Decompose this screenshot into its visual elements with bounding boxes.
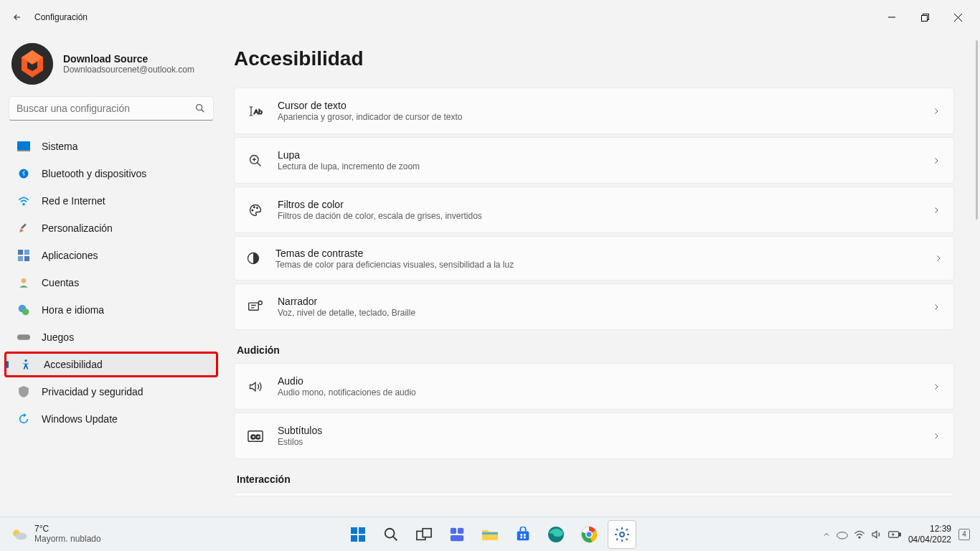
sidebar-item-privacidad[interactable]: Privacidad y seguridad [9,379,214,405]
search-box[interactable] [9,96,214,121]
volume-tray-icon [871,529,882,540]
taskbar-search[interactable] [377,520,405,549]
gamepad-icon [17,331,30,344]
person-icon [17,276,30,289]
chevron-right-icon [934,254,943,263]
maximize-button[interactable] [908,6,941,29]
store-icon[interactable] [509,520,537,549]
language-icon [17,303,30,316]
svg-rect-2 [921,15,927,21]
avatar [11,43,53,85]
sidebar-item-accesibilidad[interactable]: Accesibilidad [4,352,218,377]
sidebar-item-label: Bluetooth y dispositivos [42,168,146,179]
chevron-right-icon [932,303,941,311]
task-view[interactable] [410,520,438,549]
svg-point-6 [197,105,202,110]
back-button[interactable] [6,6,29,29]
svg-rect-42 [359,535,365,542]
taskbar-weather[interactable]: 7°C Mayorm. nublado [10,524,101,543]
account-name: Download Source [63,53,194,65]
card-filtros-color[interactable]: Filtros de color Filtros de dación de co… [234,187,954,233]
sidebar-item-juegos[interactable]: Juegos [9,324,214,350]
clock-date: 04/04/2022 [908,534,951,545]
text-cursor-icon: Ab [248,103,263,119]
card-subtitle: Filtros de dación de color, escala de gr… [278,211,918,221]
svg-line-7 [202,110,204,113]
battery-tray-icon [888,530,901,539]
svg-rect-40 [359,527,365,534]
sidebar-item-sistema[interactable]: Sistema [9,133,214,159]
card-lupa[interactable]: Lupa Lectura de lupa, incremento de zoom [234,137,954,184]
svg-rect-54 [520,536,522,538]
account-block[interactable]: Download Source Downloadsourcenet@outloo… [9,40,214,96]
onedrive-icon [837,529,848,540]
svg-rect-20 [17,334,30,340]
svg-point-43 [385,528,395,537]
sidebar-item-aplicaciones[interactable]: Aplicaciones [9,242,214,268]
paintbrush-icon [17,222,30,235]
search-input[interactable] [17,103,194,114]
notification-count[interactable]: 4 [958,529,970,540]
svg-line-26 [258,162,261,166]
svg-point-62 [859,537,860,538]
svg-line-44 [393,536,397,540]
card-title: Filtros de color [278,199,918,210]
system-tray[interactable] [822,529,901,540]
svg-rect-55 [524,536,526,538]
card-cursor-texto[interactable]: Ab Cursor de texto Apariencia y grosor, … [234,88,954,134]
sidebar-item-label: Aplicaciones [42,250,98,261]
account-email: Downloadsourcenet@outlook.com [63,65,194,75]
card-narrador[interactable]: Narrador Voz, nivel de detalle, teclado,… [234,283,954,330]
close-button[interactable] [941,6,974,29]
svg-point-34 [258,301,262,304]
window-title: Configuración [34,12,88,22]
wifi-tray-icon [854,529,865,540]
chevron-right-icon [932,432,941,441]
taskbar-center [344,520,636,549]
minimize-button[interactable] [875,6,908,29]
widgets-icon[interactable] [443,520,471,549]
svg-point-61 [837,532,848,538]
svg-rect-12 [21,224,27,230]
section-header-interaccion: Interacción [237,474,954,485]
card-partial[interactable] [234,492,954,496]
card-title: Cursor de texto [278,100,918,111]
sidebar-item-update[interactable]: Windows Update [9,406,214,432]
chevron-right-icon [932,107,941,116]
svg-point-11 [23,204,24,205]
settings-app-icon[interactable] [608,520,636,549]
scrollbar[interactable] [976,40,978,220]
sidebar-item-hora[interactable]: Hora e idioma [9,297,214,323]
card-subtitle: Temas de color para deficiencias visuale… [275,260,920,270]
svg-rect-53 [524,534,526,536]
card-title: Temas de contraste [275,248,920,259]
wifi-icon [17,194,30,207]
update-icon [17,413,30,425]
chrome-icon[interactable] [575,520,603,549]
sidebar-item-personalizacion[interactable]: Personalización [9,215,214,241]
card-title: Audio [278,375,918,387]
svg-point-31 [257,207,258,208]
sidebar-item-bluetooth[interactable]: Bluetooth y dispositivos [9,161,214,187]
svg-rect-51 [517,531,529,540]
svg-rect-52 [520,534,522,536]
card-subtitulos[interactable]: CC Subtítulos Estilos [234,413,954,459]
card-temas-contraste[interactable]: Temas de contraste Temas de color para d… [234,236,954,281]
section-header-audicion: Audición [237,344,954,356]
sidebar-item-label: Red e Internet [42,195,105,207]
svg-point-17 [22,278,27,283]
sidebar-item-red[interactable]: Red e Internet [9,188,214,214]
explorer-icon[interactable] [476,520,504,549]
taskbar-clock[interactable]: 12:39 04/04/2022 [908,524,951,545]
edge-icon[interactable] [542,520,570,549]
window-controls [875,6,974,29]
speaker-icon [248,379,263,395]
sidebar-item-label: Personalización [42,222,113,234]
page-title: Accesibilidad [234,47,954,70]
sidebar-item-cuentas[interactable]: Cuentas [9,270,214,296]
sidebar-item-label: Cuentas [42,277,79,288]
bluetooth-icon [17,167,30,180]
card-audio[interactable]: Audio Audio mono, notificaciones de audi… [234,363,954,410]
start-button[interactable] [344,520,372,549]
weather-desc: Mayorm. nublado [34,534,101,544]
